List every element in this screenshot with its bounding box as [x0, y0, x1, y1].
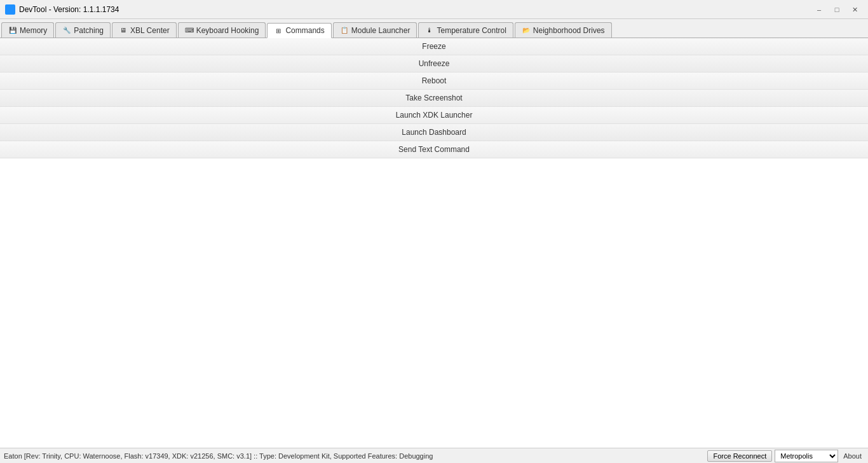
tab-keyboard-hooking[interactable]: ⌨Keyboard Hooking [178, 22, 266, 38]
tab-icon-patching: 🔧 [62, 26, 71, 35]
command-row-launch-xdk-launcher[interactable]: Launch XDK Launcher [0, 107, 868, 124]
tab-module-launcher[interactable]: 📋Module Launcher [333, 22, 417, 38]
command-row-take-screenshot[interactable]: Take Screenshot [0, 90, 868, 107]
tab-memory[interactable]: 💾Memory [1, 22, 54, 38]
tab-label-temperature-control: Temperature Control [437, 26, 506, 35]
tab-icon-module-launcher: 📋 [340, 26, 349, 35]
tab-label-commands: Commands [285, 26, 324, 35]
tab-icon-keyboard-hooking: ⌨ [185, 26, 194, 35]
tab-label-neighborhood-drives: Neighborhood Drives [533, 26, 605, 35]
tab-icon-memory: 💾 [8, 26, 17, 35]
about-link[interactable]: About [841, 452, 864, 460]
tab-label-xbl-center: XBL Center [130, 26, 170, 35]
minimize-button[interactable]: – [811, 4, 827, 15]
tab-label-module-launcher: Module Launcher [351, 26, 410, 35]
tab-bar: 💾Memory🔧Patching🖥XBL Center⌨Keyboard Hoo… [0, 19, 868, 38]
main-content: FreezeUnfreezeRebootTake ScreenshotLaunc… [0, 38, 868, 448]
restore-button[interactable]: □ [829, 4, 845, 15]
status-bar: Eaton [Rev: Trinity, CPU: Waternoose, Fl… [0, 448, 868, 463]
status-text: Eaton [Rev: Trinity, CPU: Waternoose, Fl… [4, 452, 705, 460]
command-row-send-text-command[interactable]: Send Text Command [0, 141, 868, 158]
title-bar: DevTool - Version: 1.1.1.1734 – □ ✕ [0, 0, 868, 19]
tab-neighborhood-drives[interactable]: 📂Neighborhood Drives [515, 22, 612, 38]
tab-xbl-center[interactable]: 🖥XBL Center [112, 22, 177, 38]
tab-temperature-control[interactable]: 🌡Temperature Control [418, 22, 513, 38]
command-row-unfreeze[interactable]: Unfreeze [0, 55, 868, 73]
tab-commands[interactable]: ⊞Commands [267, 23, 331, 38]
tab-icon-temperature-control: 🌡 [425, 26, 434, 35]
force-reconnect-button[interactable]: Force Reconnect [707, 450, 772, 462]
tab-label-keyboard-hooking: Keyboard Hooking [196, 26, 259, 35]
command-row-reboot[interactable]: Reboot [0, 73, 868, 90]
close-button[interactable]: ✕ [846, 4, 863, 15]
tab-icon-commands: ⊞ [274, 26, 283, 35]
tab-icon-xbl-center: 🖥 [119, 26, 128, 35]
commands-list: FreezeUnfreezeRebootTake ScreenshotLaunc… [0, 38, 868, 158]
console-dropdown[interactable]: Metropolis [775, 450, 838, 462]
content-area [0, 158, 868, 448]
command-row-freeze[interactable]: Freeze [0, 38, 868, 55]
tab-icon-neighborhood-drives: 📂 [522, 26, 531, 35]
app-title: DevTool - Version: 1.1.1.1734 [19, 5, 811, 14]
tab-label-patching: Patching [74, 26, 104, 35]
window-controls: – □ ✕ [811, 4, 863, 15]
command-row-launch-dashboard[interactable]: Launch Dashboard [0, 124, 868, 141]
tab-label-memory: Memory [20, 26, 47, 35]
app-icon [5, 4, 15, 15]
tab-patching[interactable]: 🔧Patching [55, 22, 111, 38]
